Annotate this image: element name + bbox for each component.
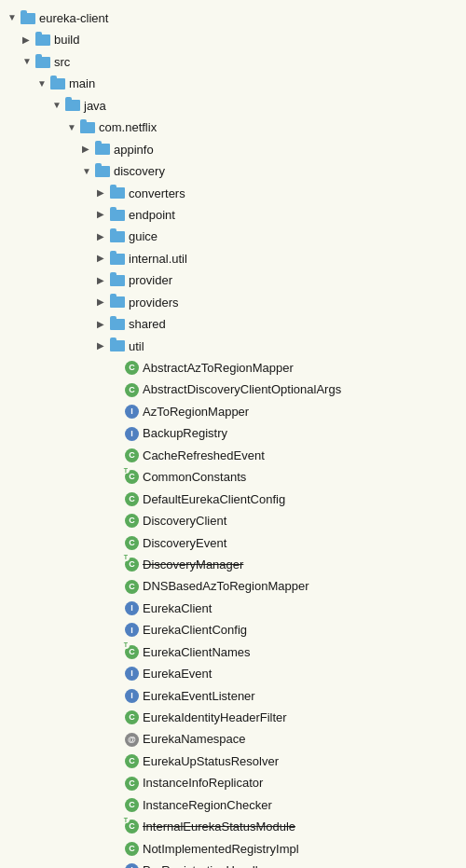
expand-arrow[interactable] — [97, 251, 110, 267]
class-label: EurekaNamespace — [143, 729, 246, 749]
tree-item-InternalEurekaStatusModule[interactable]: TCInternalEurekaStatusModule — [7, 816, 466, 837]
folder-label: appinfo — [114, 140, 154, 159]
class-label: CommonConstants — [143, 467, 246, 487]
folder-icon — [80, 122, 95, 133]
tree-item-EurekaIdentityHeaderFilter[interactable]: CEurekaIdentityHeaderFilter — [7, 707, 466, 728]
tree-item-src[interactable]: src — [7, 51, 466, 73]
folder-label: discovery — [114, 161, 165, 181]
folder-label: eureka-client — [39, 8, 108, 28]
class-label: AbstractDiscoveryClientOptionalArgs — [143, 379, 341, 399]
expand-arrow[interactable] — [97, 229, 110, 245]
folder-icon — [21, 13, 35, 24]
folder-icon — [110, 187, 125, 199]
class-label: EurekaClientConfig — [143, 620, 247, 640]
type-badge-I: I — [125, 623, 139, 637]
tree-item-util[interactable]: util — [7, 336, 466, 357]
tree-item-EurekaClient[interactable]: IEurekaClient — [7, 598, 466, 619]
type-badge-C: C — [125, 536, 139, 550]
type-badge-I: I — [125, 689, 139, 703]
tree-item-provider[interactable]: provider — [7, 269, 466, 291]
tree-item-EurekaUpStatusResolver[interactable]: CEurekaUpStatusResolver — [7, 751, 466, 772]
tree-item-AzToRegionMapper[interactable]: IAzToRegionMapper — [7, 401, 466, 422]
tree-item-EurekaEvent[interactable]: IEurekaEvent — [7, 663, 466, 684]
tree-item-endpoint[interactable]: endpoint — [7, 204, 466, 226]
collapse-arrow[interactable] — [22, 54, 35, 70]
class-label: DiscoveryEvent — [143, 533, 226, 553]
tree-item-eureka-client[interactable]: eureka-client — [7, 7, 466, 29]
expand-arrow[interactable] — [97, 273, 110, 289]
folder-icon — [35, 34, 50, 46]
type-badge-I: I — [125, 427, 139, 441]
type-badge-C: C — [125, 448, 139, 462]
folder-icon — [35, 57, 50, 68]
tree-item-EurekaNamespace[interactable]: @EurekaNamespace — [7, 728, 466, 750]
type-badge-C: C — [125, 492, 139, 506]
type-badge-C: C — [125, 842, 139, 856]
tree-item-EurekaClientConfig[interactable]: IEurekaClientConfig — [7, 619, 466, 641]
class-label: CacheRefreshedEvent — [143, 446, 265, 465]
tree-item-com.netflix[interactable]: com.netflix — [7, 117, 466, 138]
tree-item-converters[interactable]: converters — [7, 183, 466, 204]
tree-item-discovery[interactable]: discovery — [7, 160, 466, 182]
type-badge-C: C — [125, 798, 139, 812]
folder-icon — [110, 319, 125, 330]
tree-item-EurekaClientNames[interactable]: TCEurekaClientNames — [7, 641, 466, 663]
class-label: AzToRegionMapper — [143, 402, 249, 421]
folder-icon — [110, 231, 125, 242]
collapse-arrow[interactable] — [7, 10, 21, 26]
class-label: EurekaIdentityHeaderFilter — [143, 708, 287, 727]
collapse-arrow[interactable] — [52, 98, 65, 114]
expand-arrow[interactable] — [97, 295, 110, 310]
tree-item-CacheRefreshedEvent[interactable]: CCacheRefreshedEvent — [7, 445, 466, 466]
tree-item-build[interactable]: build — [7, 29, 466, 50]
tree-item-InstanceRegionChecker[interactable]: CInstanceRegionChecker — [7, 794, 466, 816]
tree-item-DNSBasedAzToRegionMapper[interactable]: CDNSBasedAzToRegionMapper — [7, 575, 466, 597]
folder-label: provider — [129, 270, 172, 290]
type-badge-I: I — [125, 667, 139, 681]
folder-icon — [95, 166, 110, 177]
expand-arrow[interactable] — [97, 317, 110, 333]
expand-arrow[interactable] — [82, 142, 95, 158]
tree-item-EurekaEventListener[interactable]: IEurekaEventListener — [7, 685, 466, 707]
tree-item-InstanceInfoReplicator[interactable]: CInstanceInfoReplicator — [7, 772, 466, 793]
tree-item-java[interactable]: java — [7, 95, 466, 117]
folder-label: java — [84, 96, 106, 116]
expand-arrow[interactable] — [97, 186, 110, 201]
expand-arrow[interactable] — [97, 207, 110, 223]
tree-item-AbstractDiscoveryClientOptionalArgs[interactable]: CAbstractDiscoveryClientOptionalArgs — [7, 379, 466, 400]
tree-item-DiscoveryClient[interactable]: CDiscoveryClient — [7, 510, 466, 531]
type-badge-AT: @ — [125, 733, 139, 747]
tree-item-CommonConstants[interactable]: TCCommonConstants — [7, 466, 466, 488]
folder-label: internal.util — [129, 249, 187, 269]
folder-label: build — [54, 30, 79, 49]
type-badge-I: I — [125, 601, 139, 615]
tree-item-DiscoveryEvent[interactable]: CDiscoveryEvent — [7, 532, 466, 554]
tree-item-AbstractAzToRegionMapper[interactable]: CAbstractAzToRegionMapper — [7, 357, 466, 379]
class-label: DiscoveryManager — [143, 555, 243, 574]
tree-item-internal.util[interactable]: internal.util — [7, 248, 466, 269]
tree-item-shared[interactable]: shared — [7, 313, 466, 335]
tree-item-DefaultEurekaClientConfig[interactable]: CDefaultEurekaClientConfig — [7, 489, 466, 510]
class-label: InstanceInfoReplicator — [143, 773, 263, 792]
collapse-arrow[interactable] — [82, 164, 95, 180]
tree-item-appinfo[interactable]: appinfo — [7, 139, 466, 160]
folder-label: shared — [129, 314, 166, 334]
folder-label: src — [54, 52, 70, 72]
tree-item-NotImplementedRegistryImpl[interactable]: CNotImplementedRegistryImpl — [7, 838, 466, 860]
tree-item-guice[interactable]: guice — [7, 226, 466, 247]
class-label: InstanceRegionChecker — [143, 795, 272, 815]
class-label: AbstractAzToRegionMapper — [143, 358, 294, 378]
expand-arrow[interactable] — [97, 338, 110, 354]
tree-item-BackupRegistry[interactable]: IBackupRegistry — [7, 422, 466, 444]
class-label: EurekaEvent — [143, 664, 212, 683]
expand-arrow[interactable] — [22, 33, 35, 48]
collapse-arrow[interactable] — [37, 76, 50, 92]
tree-item-providers[interactable]: providers — [7, 292, 466, 313]
type-badge-TC: TC — [125, 470, 139, 484]
collapse-arrow[interactable] — [67, 120, 80, 136]
type-badge-TC: TC — [125, 820, 139, 834]
class-label: NotImplementedRegistryImpl — [143, 839, 299, 859]
tree-item-DiscoveryManager[interactable]: TCDiscoveryManager — [7, 554, 466, 575]
tree-item-PreRegistrationHandler[interactable]: IPreRegistrationHandler — [7, 860, 466, 868]
tree-item-main[interactable]: main — [7, 73, 466, 94]
